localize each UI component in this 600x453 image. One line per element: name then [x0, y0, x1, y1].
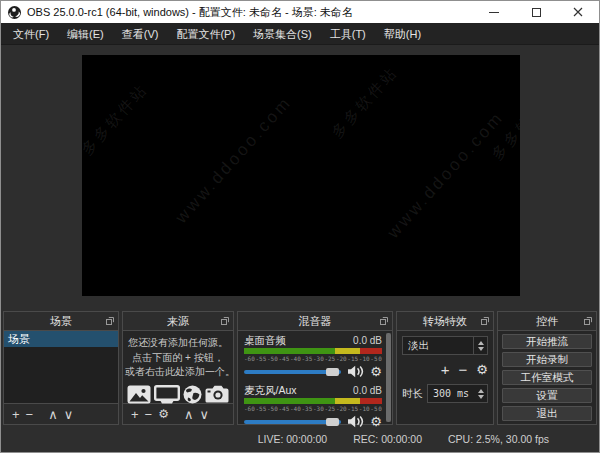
channel-level-db: 0.0 dB [353, 335, 382, 346]
obs-window: OBS 25.0.0-rc1 (64-bit, windows) - 配置文件:… [0, 0, 600, 453]
menu-item-profile[interactable]: 配置文件(P) [167, 23, 244, 45]
close-icon [573, 7, 583, 17]
close-button[interactable] [557, 1, 599, 23]
meter-tick-label: -45 [278, 355, 289, 362]
meter-tick-label: -50 [267, 355, 278, 362]
sources-empty-text: 点击下面的 + 按钮， [125, 351, 231, 366]
studio-mode-button[interactable]: 工作室模式 [502, 370, 592, 385]
transition-selected-value: 淡出 [403, 339, 473, 353]
title-bar: OBS 25.0.0-rc1 (64-bit, windows) - 配置文件:… [1, 1, 599, 23]
transition-properties-gear-icon[interactable]: ⚙ [476, 363, 488, 376]
menu-item-help[interactable]: 帮助(H) [375, 23, 430, 45]
watermark: www.ddooo.com [384, 107, 508, 242]
transitions-body: 淡出 + − ⚙ 时长 300 ms [397, 331, 493, 424]
volume-slider-handle[interactable] [326, 368, 339, 376]
meter-tick-label: -40 [290, 405, 301, 412]
meter-tick-label: -35 [301, 405, 312, 412]
dock-area: 场景 场景 + − ∧ ∨ 来源 您还没有添加任何源。 点击下面的 + 按 [1, 311, 599, 425]
globe-icon [183, 385, 202, 404]
volume-meter [244, 398, 382, 404]
sources-toolbar: + − ⚙ ∧ ∨ [123, 403, 233, 424]
dock-float-icon [584, 317, 592, 325]
menu-item-file[interactable]: 文件(F) [4, 23, 58, 45]
maximize-button[interactable] [515, 1, 557, 23]
meter-tick-label: -60 [244, 355, 255, 362]
source-up-button[interactable]: ∧ [181, 408, 197, 421]
speaker-icon[interactable] [347, 365, 364, 378]
mixer-panel-header: 混音器 [238, 312, 392, 331]
dock-float-icon [481, 317, 489, 325]
mixer-panel: 混音器 桌面音频 0.0 dB -60-55-50-45-40-35-30-25… [237, 311, 393, 425]
menu-item-edit[interactable]: 编辑(E) [58, 23, 113, 45]
image-icon [127, 385, 151, 404]
scenes-toolbar: + − ∧ ∨ [4, 403, 118, 424]
mixer-body: 桌面音频 0.0 dB -60-55-50-45-40-35-30-25-20-… [238, 331, 392, 424]
volume-slider[interactable] [244, 370, 341, 374]
meter-tick-label: -15 [347, 405, 358, 412]
sources-empty-state[interactable]: 您还没有添加任何源。 点击下面的 + 按钮， 或者右击此处添加一个。 [123, 331, 233, 403]
mixer-channel-mic-aux: 麦克风/Aux 0.0 dB -60-55-50-45-40-35-30-25-… [244, 384, 382, 428]
scenes-panel-header: 场景 [4, 312, 118, 331]
dock-float-icon [106, 317, 114, 325]
remove-source-button[interactable]: − [142, 408, 156, 421]
meter-tick-label: -10 [359, 405, 370, 412]
scene-down-button[interactable]: ∨ [61, 408, 77, 421]
transitions-panel-title: 转场特效 [423, 314, 467, 329]
watermark: 多多软件站 [82, 80, 152, 160]
mixer-scrollbar-thumb[interactable] [386, 333, 391, 422]
sources-empty-text: 或者右击此处添加一个。 [125, 365, 231, 380]
scene-list: 场景 [4, 331, 118, 403]
speaker-icon[interactable] [347, 415, 364, 428]
source-properties-button[interactable]: ⚙ [155, 408, 172, 420]
menu-item-view[interactable]: 查看(V) [113, 23, 168, 45]
volume-slider-handle[interactable] [326, 418, 339, 426]
transition-select[interactable]: 淡出 [402, 336, 488, 355]
controls-body: 开始推流 开始录制 工作室模式 设置 退出 [498, 331, 596, 424]
display-icon [154, 385, 180, 404]
add-transition-button[interactable]: + [441, 362, 450, 377]
combobox-chevrons-icon [473, 337, 487, 354]
remove-transition-button[interactable]: − [459, 362, 468, 377]
start-recording-button[interactable]: 开始录制 [502, 352, 592, 367]
meter-tick-label: -25 [324, 405, 335, 412]
channel-settings-gear-icon[interactable]: ⚙ [370, 415, 382, 428]
add-scene-button[interactable]: + [9, 408, 23, 421]
meter-tick-label: -40 [290, 355, 301, 362]
add-source-button[interactable]: + [128, 408, 142, 421]
status-bar: LIVE: 00:00:00 REC: 00:00:00 CPU: 2.5%, … [1, 425, 599, 452]
meter-tick-label: -50 [267, 405, 278, 412]
scene-up-button[interactable]: ∧ [45, 408, 61, 421]
mixer-scrollbar[interactable] [386, 333, 391, 422]
obs-logo-icon [8, 6, 21, 19]
watermark: 多多软件站 [328, 63, 402, 143]
transitions-panel: 转场特效 淡出 + − ⚙ 时长 300 ms [396, 311, 494, 425]
mixer-channel-desktop-audio: 桌面音频 0.0 dB -60-55-50-45-40-35-30-25-20-… [244, 334, 382, 378]
remove-scene-button[interactable]: − [23, 408, 37, 421]
channel-settings-gear-icon[interactable]: ⚙ [370, 365, 382, 378]
minimize-icon [489, 12, 499, 13]
exit-button[interactable]: 退出 [502, 406, 592, 421]
menu-item-scene-collection[interactable]: 场景集合(S) [244, 23, 321, 45]
meter-tick-label: -20 [336, 405, 347, 412]
meter-tick-label: -5 [370, 405, 377, 412]
duration-spinbox[interactable]: 300 ms [427, 384, 488, 403]
sources-panel-header: 来源 [123, 312, 233, 331]
preview-area: 多多软件站 www.ddooo.com 多多软件站 www.ddooo.com … [1, 45, 599, 311]
settings-button[interactable]: 设置 [502, 388, 592, 403]
watermark: www.ddooo.com [172, 92, 296, 227]
meter-tick-label: -55 [255, 405, 266, 412]
source-down-button[interactable]: ∨ [196, 408, 212, 421]
channel-name: 桌面音频 [244, 334, 286, 348]
meter-tick-label: -35 [301, 355, 312, 362]
preview-canvas[interactable]: 多多软件站 www.ddooo.com 多多软件站 www.ddooo.com … [82, 55, 520, 296]
minimize-button[interactable] [473, 1, 515, 23]
meter-scale: -60-55-50-45-40-35-30-25-20-15-10-50 [244, 355, 382, 362]
scene-list-item[interactable]: 场景 [4, 331, 118, 347]
meter-tick-label: -30 [313, 355, 324, 362]
spinbox-arrows-icon[interactable] [474, 385, 487, 402]
start-streaming-button[interactable]: 开始推流 [502, 334, 592, 349]
menu-item-tools[interactable]: 工具(T) [321, 23, 375, 45]
channel-name: 麦克风/Aux [244, 384, 297, 398]
meter-tick-label: -25 [324, 355, 335, 362]
volume-slider[interactable] [244, 420, 341, 424]
